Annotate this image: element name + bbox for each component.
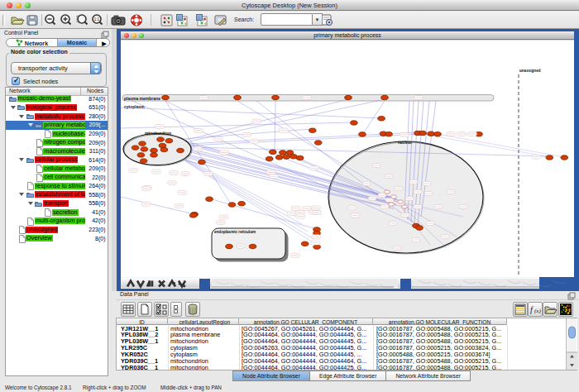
svg-text:endoplasmic reticulum: endoplasmic reticulum bbox=[214, 230, 256, 234]
svg-text:1:1: 1:1 bbox=[94, 17, 100, 22]
svg-text:mitochondrion: mitochondrion bbox=[145, 131, 171, 136]
svg-text:unassigned: unassigned bbox=[519, 69, 541, 73]
svg-text:(x): (x) bbox=[534, 308, 541, 314]
svg-text:f: f bbox=[530, 305, 534, 314]
svg-text:nucleus: nucleus bbox=[398, 141, 413, 145]
svg-text:plasma membrane: plasma membrane bbox=[124, 96, 160, 101]
